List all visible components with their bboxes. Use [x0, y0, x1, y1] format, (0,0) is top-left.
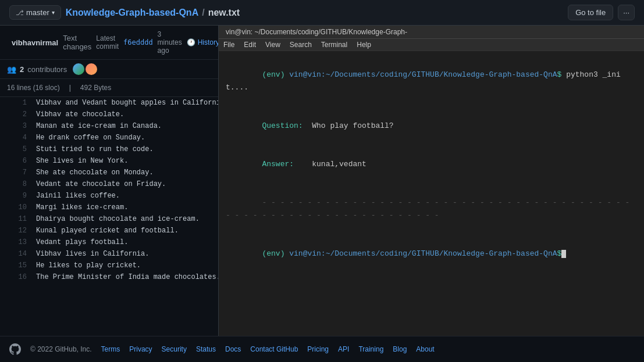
- footer-links: TermsPrivacySecurityStatusDocsContact Gi…: [101, 345, 635, 353]
- file-separator: |: [69, 84, 71, 92]
- terminal-line-question: Question: Who play football?: [226, 107, 637, 145]
- term-answer-value: kunal,vedant: [312, 160, 367, 169]
- footer-link[interactable]: Privacy: [129, 345, 152, 353]
- line-code: The Prime Minister of India made chocola…: [36, 271, 218, 283]
- go-to-file-button[interactable]: Go to file: [568, 5, 613, 20]
- line-number: 5: [9, 144, 27, 155]
- code-line: 6She lives in New York.: [0, 155, 218, 167]
- terminal-titlebar: vin@vin: ~/Documents/coding/GITHUB/Knowl…: [219, 26, 644, 39]
- terminal-menu-item[interactable]: Edit: [244, 41, 256, 49]
- line-code: She lives in New York.: [36, 155, 128, 167]
- repo-name[interactable]: Knowledge-Graph-based-QnA: [66, 8, 198, 18]
- term-question-value: Who play football?: [312, 121, 393, 130]
- contributors-count: 2: [20, 65, 24, 74]
- line-code: Vedant plays football.: [36, 236, 128, 248]
- line-code: He drank coffee on Sunday.: [36, 132, 145, 144]
- line-code: Manan ate ice-cream in Canada.: [36, 120, 162, 132]
- code-line: 8Vedant ate chocolate on Friday.: [0, 178, 218, 190]
- footer-link[interactable]: Pricing: [307, 345, 329, 353]
- more-options-button[interactable]: ···: [618, 5, 635, 20]
- line-number: 6: [9, 155, 27, 167]
- term-path-1: vin@vin:~/Documents/coding/GITHUB/Knowle…: [289, 70, 557, 79]
- line-code: Vibhav ate chocolate.: [36, 109, 124, 120]
- footer-link[interactable]: Training: [358, 345, 383, 353]
- footer-link[interactable]: Status: [196, 345, 216, 353]
- terminal-line-answer: Answer: kunal,vedant: [226, 145, 637, 184]
- file-name: new.txt: [208, 8, 240, 18]
- footer-link[interactable]: Docs: [225, 345, 241, 353]
- line-code: Stuti tried to run the code.: [36, 144, 154, 155]
- line-number: 14: [9, 248, 27, 260]
- main-content: vibhavnirmal Text changes Latest commit …: [0, 26, 644, 336]
- commit-hash[interactable]: f6edddd: [123, 38, 153, 46]
- top-bar: ⎇ master ▾ Knowledge-Graph-based-QnA / n…: [0, 0, 644, 26]
- line-number: 11: [9, 213, 27, 225]
- commit-time: 3 minutes ago: [158, 30, 182, 55]
- terminal-menu-item[interactable]: Help: [357, 41, 371, 49]
- term-path-2: vin@vin:~/Documents/coding/GITHUB/Knowle…: [289, 249, 557, 258]
- footer-link[interactable]: Blog: [393, 345, 407, 353]
- branch-label: master: [26, 8, 49, 17]
- footer-link[interactable]: Security: [162, 345, 187, 353]
- latest-commit-label: Latest commit: [96, 34, 119, 51]
- line-number: 1: [9, 97, 27, 109]
- line-number: 8: [9, 178, 27, 190]
- file-info-bar: 16 lines (16 sloc) | 492 Bytes: [0, 79, 218, 97]
- terminal-menu-item[interactable]: Terminal: [321, 41, 347, 49]
- line-code: Margi likes ice-cream.: [36, 202, 128, 213]
- term-prompt-1: (env): [262, 70, 289, 79]
- terminal-body[interactable]: (env) vin@vin:~/Documents/coding/GITHUB/…: [219, 51, 644, 336]
- code-line: 4He drank coffee on Sunday.: [0, 132, 218, 144]
- history-link[interactable]: 🕐 History: [187, 38, 219, 46]
- code-line: 16The Prime Minister of India made choco…: [0, 271, 218, 283]
- line-number: 16: [9, 271, 27, 283]
- code-line: 7She ate chocolate on Monday.: [0, 167, 218, 178]
- line-number: 4: [9, 132, 27, 144]
- footer-link[interactable]: About: [416, 345, 434, 353]
- code-view[interactable]: 1Vibhav and Vedant bought apples in Cali…: [0, 97, 218, 336]
- term-question-label: Question:: [262, 121, 312, 130]
- line-code: Vedant ate chocolate on Friday.: [36, 178, 166, 190]
- footer-link[interactable]: Contact GitHub: [250, 345, 298, 353]
- footer: © 2022 GitHub, Inc. TermsPrivacySecurity…: [0, 336, 644, 362]
- term-cursor: [561, 250, 566, 258]
- line-number: 15: [9, 260, 27, 271]
- footer-link[interactable]: API: [338, 345, 349, 353]
- line-number: 12: [9, 225, 27, 236]
- line-code: She ate chocolate on Monday.: [36, 167, 154, 178]
- footer-link[interactable]: Terms: [101, 345, 120, 353]
- file-lines: 16 lines (16 sloc): [7, 84, 60, 92]
- contributor-avatars: [73, 63, 97, 75]
- line-code: Vibhav lives in California.: [36, 248, 149, 260]
- code-line: 5Stuti tried to run the code.: [0, 144, 218, 155]
- line-number: 3: [9, 120, 27, 132]
- contributors-icon: 👥: [7, 65, 16, 74]
- contributors-bar: 👥 2 contributors: [0, 60, 218, 79]
- code-line: 3Manan ate ice-cream in Canada.: [0, 120, 218, 132]
- terminal-line-2: (env) vin@vin:~/Documents/coding/GITHUB/…: [226, 235, 637, 273]
- history-icon: 🕐: [187, 38, 195, 46]
- code-line: 9Jainil likes coffee.: [0, 190, 218, 202]
- term-answer-label: Answer:: [262, 160, 312, 169]
- line-number: 13: [9, 236, 27, 248]
- terminal-menu-item[interactable]: Search: [290, 41, 312, 49]
- line-code: He likes to play cricket.: [36, 260, 141, 271]
- line-number: 7: [9, 167, 27, 178]
- code-line: 11Dhairya bought chocolate and ice-cream…: [0, 213, 218, 225]
- contributor-avatar-2: [86, 63, 97, 75]
- contributors-text: contributors: [27, 65, 67, 74]
- branch-button[interactable]: ⎇ master ▾: [9, 5, 61, 20]
- commit-username[interactable]: vibhavnirmal: [12, 38, 58, 47]
- line-code: Kunal played cricket and football.: [36, 225, 179, 236]
- terminal-menu-item[interactable]: View: [265, 41, 280, 49]
- code-line: 10Margi likes ice-cream.: [0, 202, 218, 213]
- term-dashes-text: - - - - - - - - - - - - - - - - - - - - …: [226, 198, 634, 220]
- terminal-menu-item[interactable]: File: [223, 41, 234, 49]
- commit-bar: vibhavnirmal Text changes Latest commit …: [0, 26, 218, 60]
- breadcrumb: Knowledge-Graph-based-QnA / new.txt: [66, 8, 240, 18]
- line-number: 2: [9, 109, 27, 120]
- code-line: 13Vedant plays football.: [0, 236, 218, 248]
- code-line: 15He likes to play cricket.: [0, 260, 218, 271]
- line-code: Vibhav and Vedant bought apples in Calif…: [36, 97, 218, 109]
- terminal-line-1: (env) vin@vin:~/Documents/coding/GITHUB/…: [226, 56, 637, 107]
